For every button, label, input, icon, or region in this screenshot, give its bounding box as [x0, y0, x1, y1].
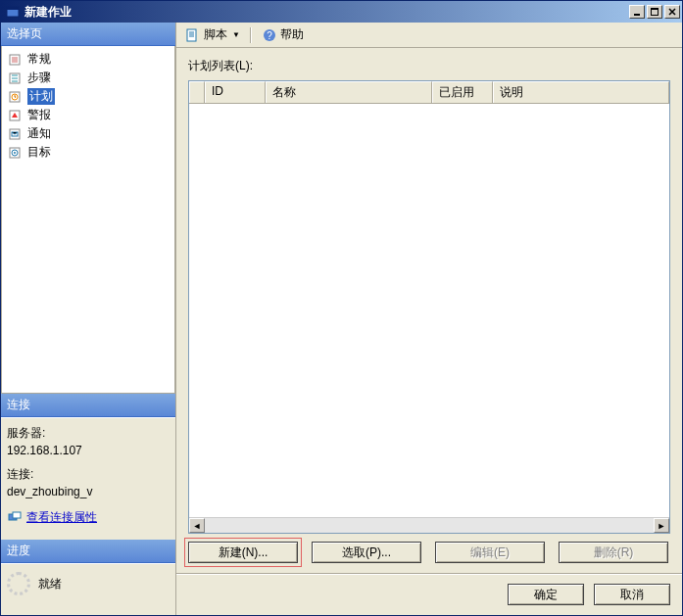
delete-button: 删除(R) [559, 542, 668, 563]
pick-button[interactable]: 选取(P)... [312, 542, 421, 563]
help-button[interactable]: ? 帮助 [259, 24, 307, 45]
progress-header: 进度 [1, 540, 175, 563]
right-content: 脚本 ▼ ? 帮助 计划列表(L): ID 名称 已启用 [176, 23, 682, 615]
help-icon: ? [262, 27, 277, 43]
page-item-steps[interactable]: 步骤 [4, 69, 172, 87]
grid-body[interactable] [189, 104, 669, 517]
action-button-row: 新建(N)... 选取(P)... 编辑(E) 删除(R) [188, 534, 670, 567]
scroll-right-button[interactable]: ► [654, 518, 669, 533]
gear-icon [8, 52, 24, 68]
schedule-icon [8, 89, 24, 105]
connection-header: 连接 [1, 394, 175, 417]
pages-panel: 常规 步骤 计划 警报 通知 [1, 46, 175, 394]
alert-icon [8, 108, 24, 123]
page-item-general[interactable]: 常规 [4, 50, 172, 69]
script-icon [185, 27, 201, 43]
server-value: 192.168.1.107 [7, 442, 170, 459]
svg-rect-17 [187, 29, 196, 41]
target-icon [8, 145, 24, 161]
scroll-track[interactable] [205, 518, 654, 533]
schedule-list-label: 计划列表(L): [188, 58, 670, 74]
ok-button[interactable]: 确定 [508, 584, 584, 605]
page-item-targets[interactable]: 目标 [4, 143, 172, 162]
page-item-notify[interactable]: 通知 [4, 124, 172, 143]
connection-label: 连接: [7, 465, 170, 483]
svg-point-14 [14, 152, 16, 154]
connection-value: dev_zhoubing_v [7, 483, 170, 500]
steps-icon [8, 71, 24, 86]
titlebar: 新建作业 [1, 1, 682, 23]
spinner-icon [7, 572, 30, 595]
server-label: 服务器: [7, 424, 170, 442]
page-label: 常规 [27, 51, 51, 68]
script-label: 脚本 [204, 26, 227, 43]
grid-header-description[interactable]: 说明 [493, 81, 669, 103]
select-page-header: 选择页 [1, 23, 175, 46]
dialog-footer: 确定 取消 [176, 573, 682, 615]
connection-props-icon [7, 509, 23, 525]
svg-rect-16 [13, 512, 21, 518]
grid-header-id[interactable]: ID [205, 81, 266, 103]
connection-panel: 服务器: 192.168.1.107 连接: dev_zhoubing_v 查看… [1, 417, 175, 540]
cancel-button[interactable]: 取消 [594, 584, 670, 605]
page-label: 步骤 [27, 70, 51, 86]
minimize-button[interactable] [629, 5, 645, 19]
maximize-button[interactable] [647, 5, 662, 19]
grid-header: ID 名称 已启用 说明 [189, 81, 669, 104]
window-title: 新建作业 [24, 4, 629, 21]
svg-rect-4 [651, 8, 659, 10]
svg-rect-2 [634, 14, 640, 16]
new-button[interactable]: 新建(N)... [188, 542, 298, 563]
progress-panel: 就绪 [1, 563, 175, 615]
edit-button: 编辑(E) [435, 542, 545, 563]
horizontal-scrollbar[interactable]: ◄ ► [189, 517, 669, 533]
page-label: 目标 [27, 144, 51, 161]
help-label: 帮助 [280, 26, 304, 43]
page-label: 计划 [27, 88, 55, 105]
progress-status: 就绪 [38, 576, 62, 592]
page-label: 通知 [27, 125, 51, 142]
notify-icon [8, 126, 24, 142]
separator [250, 27, 252, 43]
view-connection-label: 查看连接属性 [26, 508, 97, 526]
close-button[interactable] [664, 5, 680, 19]
scroll-left-button[interactable]: ◄ [189, 518, 205, 533]
grid-header-rowselect[interactable] [189, 81, 205, 103]
svg-text:?: ? [267, 30, 272, 41]
toolbar: 脚本 ▼ ? 帮助 [176, 23, 682, 48]
left-sidebar: 选择页 常规 步骤 计划 警报 [1, 23, 176, 615]
page-item-schedule[interactable]: 计划 [4, 87, 172, 106]
svg-rect-1 [7, 7, 19, 10]
script-button[interactable]: 脚本 ▼ [182, 24, 243, 45]
view-connection-link[interactable]: 查看连接属性 [7, 508, 97, 526]
app-icon [5, 4, 21, 20]
grid-header-enabled[interactable]: 已启用 [432, 81, 493, 103]
page-label: 警报 [27, 107, 51, 123]
dialog-window: 新建作业 选择页 常规 步骤 计划 [0, 0, 683, 616]
page-item-alerts[interactable]: 警报 [4, 106, 172, 124]
chevron-down-icon: ▼ [232, 30, 240, 39]
schedule-grid: ID 名称 已启用 说明 ◄ ► [188, 80, 670, 534]
grid-header-name[interactable]: 名称 [266, 81, 432, 103]
